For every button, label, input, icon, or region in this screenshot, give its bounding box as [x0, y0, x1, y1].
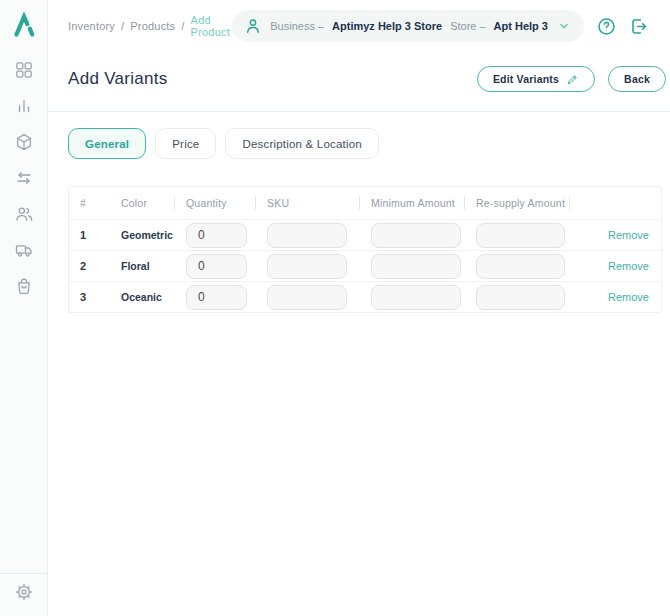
minimum-amount-input[interactable] — [371, 285, 461, 310]
tabs: General Price Description & Location — [48, 112, 670, 159]
row-index: 1 — [69, 229, 111, 241]
account-store-name: Apt Help 3 — [494, 20, 548, 32]
account-store-label: Store – — [450, 20, 485, 32]
minimum-amount-input[interactable] — [371, 254, 461, 279]
remove-row-link[interactable]: Remove — [608, 260, 649, 272]
page-header: Add Variants Edit Variants Back — [48, 52, 670, 112]
quantity-input[interactable] — [186, 223, 247, 248]
breadcrumb: Inventory / Products / Add Product — [68, 14, 232, 38]
user-icon — [244, 17, 262, 35]
row-index: 3 — [69, 291, 111, 303]
back-button[interactable]: Back — [608, 66, 666, 92]
breadcrumb-products[interactable]: Products — [130, 20, 175, 32]
settings-gear-icon — [15, 583, 33, 601]
row-index: 2 — [69, 260, 111, 272]
help-button[interactable] — [597, 17, 616, 36]
variants-table: # Color Quantity SKU Minimum Amount Re-s… — [68, 186, 662, 313]
remove-row-link[interactable]: Remove — [608, 229, 649, 241]
logout-icon — [629, 17, 648, 36]
row-color-label: Floral — [111, 260, 174, 272]
logout-button[interactable] — [629, 17, 648, 36]
aptimyz-logo-icon — [11, 10, 37, 38]
main-area: Inventory / Products / Add Product Busin… — [48, 0, 670, 616]
breadcrumb-add-product: Add Product — [191, 14, 233, 38]
account-business-label: Business – — [270, 20, 324, 32]
page-title: Add Variants — [68, 69, 168, 89]
app-logo[interactable] — [0, 0, 47, 48]
truck-icon — [15, 241, 33, 259]
sidebar-item-settings[interactable] — [15, 583, 33, 601]
table-header-row: # Color Quantity SKU Minimum Amount Re-s… — [69, 187, 661, 219]
tab-description-location[interactable]: Description & Location — [225, 128, 378, 159]
app-window: Inventory / Products / Add Product Busin… — [0, 0, 670, 616]
minimum-amount-input[interactable] — [371, 223, 461, 248]
column-header-resupply-amount: Re-supply Amount — [464, 197, 569, 209]
row-color-label: Geometric — [111, 229, 174, 241]
topbar: Inventory / Products / Add Product Busin… — [48, 0, 670, 52]
page-header-actions: Edit Variants Back — [477, 66, 666, 92]
column-header-index: # — [69, 197, 111, 209]
remove-row-link[interactable]: Remove — [608, 291, 649, 303]
sku-input[interactable] — [267, 254, 347, 279]
tab-price[interactable]: Price — [155, 128, 216, 159]
column-header-color: Color — [111, 197, 174, 209]
quantity-input[interactable] — [186, 254, 247, 279]
column-header-minimum-amount: Minimum Amount — [359, 197, 464, 209]
breadcrumb-separator: / — [121, 20, 124, 32]
quantity-input[interactable] — [186, 285, 247, 310]
table-row: 2 Floral Remove — [69, 250, 661, 281]
sidebar-item-deliveries[interactable] — [15, 241, 33, 259]
resupply-amount-input[interactable] — [476, 254, 565, 279]
package-cube-icon — [15, 133, 33, 151]
resupply-amount-input[interactable] — [476, 223, 565, 248]
sidebar-item-analytics[interactable] — [15, 97, 33, 115]
breadcrumb-inventory[interactable]: Inventory — [68, 20, 115, 32]
account-business-name: Aptimyz Help 3 Store — [332, 20, 442, 32]
sidebar-item-orders[interactable] — [15, 277, 33, 295]
column-header-quantity: Quantity — [174, 197, 255, 209]
row-color-label: Oceanic — [111, 291, 174, 303]
back-label: Back — [624, 73, 650, 85]
edit-variants-label: Edit Variants — [493, 73, 559, 85]
sidebar-item-customers[interactable] — [15, 205, 33, 223]
shopping-bag-icon — [15, 277, 33, 295]
sidebar — [0, 0, 48, 616]
sku-input[interactable] — [267, 285, 347, 310]
sidebar-footer — [0, 573, 47, 616]
pencil-icon — [566, 73, 579, 86]
resupply-amount-input[interactable] — [476, 285, 565, 310]
table-row: 3 Oceanic Remove — [69, 281, 661, 312]
swap-arrows-icon — [15, 169, 33, 187]
chevron-down-icon — [556, 18, 572, 34]
dashboard-icon — [15, 61, 33, 79]
people-icon — [15, 205, 33, 223]
topbar-right: Business – Aptimyz Help 3 Store Store – … — [232, 10, 648, 42]
sidebar-item-dashboard[interactable] — [15, 61, 33, 79]
column-header-sku: SKU — [255, 197, 359, 209]
sidebar-item-products[interactable] — [15, 133, 33, 151]
bar-chart-icon — [15, 97, 33, 115]
sidebar-nav — [15, 61, 33, 295]
account-selector[interactable]: Business – Aptimyz Help 3 Store Store – … — [232, 10, 584, 42]
sku-input[interactable] — [267, 223, 347, 248]
help-question-icon — [597, 17, 616, 36]
breadcrumb-separator: / — [181, 20, 184, 32]
sidebar-item-transfers[interactable] — [15, 169, 33, 187]
table-row: 1 Geometric Remove — [69, 219, 661, 250]
tab-general[interactable]: General — [68, 128, 146, 159]
edit-variants-button[interactable]: Edit Variants — [477, 66, 595, 92]
